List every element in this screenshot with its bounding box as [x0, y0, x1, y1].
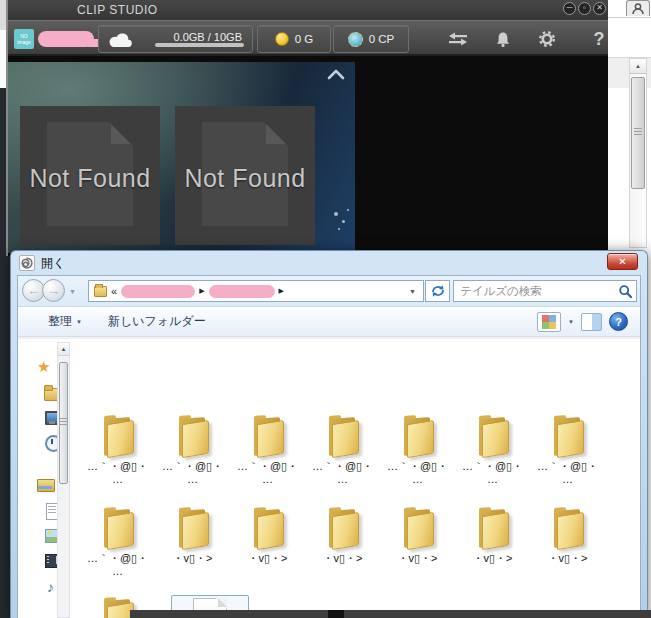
bottom-bar [130, 610, 651, 618]
file-item[interactable]: …｀・@▯・ … [455, 413, 530, 486]
file-item[interactable]: …｀・@▯・ … [305, 413, 380, 486]
person-icon [631, 2, 645, 16]
window-controls: ─ ▫ ✕ [563, 2, 606, 15]
not-found-thumbnail[interactable]: Not Found [175, 106, 315, 245]
bell-icon [494, 31, 512, 48]
file-item[interactable]: ・v▯・> [380, 505, 455, 578]
history-dropdown[interactable]: ▼ [69, 288, 76, 295]
file-icon-wrap [455, 413, 530, 457]
navigation-pane [18, 339, 57, 618]
cloud-usage-text: 0.0GB / 10GB [174, 31, 242, 43]
search-icon [618, 284, 633, 299]
open-dialog: 開く ✕ ← → ▼ « ▶ ▶ ▼ [10, 250, 648, 618]
swap-button[interactable] [445, 30, 471, 48]
dialog-close-button[interactable]: ✕ [607, 253, 638, 270]
folder-icon [245, 509, 291, 549]
search-button[interactable] [614, 284, 636, 299]
not-found-thumbnail[interactable]: Not Found [20, 106, 160, 245]
new-folder-button[interactable]: 新しいフォルダー [108, 313, 206, 330]
dialog-titlebar: 開く ✕ [11, 251, 647, 275]
address-row: ← → ▼ « ▶ ▶ ▼ [18, 276, 640, 307]
clip-content: Not Found Not Found [8, 56, 608, 253]
file-label: ・v▯・> [380, 552, 455, 565]
address-dropdown[interactable]: ▼ [409, 288, 418, 295]
scroll-up-button[interactable]: ▲ [630, 59, 646, 74]
file-label: …｀・@▯・ … [80, 552, 155, 578]
censored-path-segment [121, 285, 195, 298]
search-input[interactable] [454, 285, 614, 297]
cp-amount: 0 CP [369, 33, 395, 45]
preview-pane-button[interactable] [581, 313, 602, 331]
folder-icon [320, 417, 366, 457]
gold-section[interactable]: 0 G [257, 25, 331, 53]
breadcrumb-separator: ▶ [199, 287, 204, 295]
views-grid-icon [542, 315, 556, 329]
breadcrumb-prefix: « [111, 285, 117, 297]
file-icon-wrap [155, 505, 230, 549]
file-label: ・v▯・> [305, 552, 380, 565]
file-item[interactable]: ・v▯・> [530, 505, 605, 578]
cp-section[interactable]: 0 CP [333, 25, 409, 53]
file-item[interactable]: …｀・@▯・ … [80, 505, 155, 578]
sidebar-icon[interactable] [37, 358, 54, 375]
folder-icon [95, 509, 141, 549]
file-label: ・v▯・> [155, 552, 230, 565]
scroll-thumb[interactable] [59, 362, 68, 484]
file-item[interactable]: …｀・@▯・ … [530, 413, 605, 486]
close-button[interactable]: ✕ [593, 2, 606, 15]
screen: ▲ CLIP STUDIO ─ ▫ ✕ NO image 0.0GB / 10G… [0, 0, 651, 618]
organize-label: 整理 [48, 313, 72, 330]
file-icon-wrap [230, 413, 305, 457]
file-item[interactable]: …｀・@▯・ … [380, 413, 455, 486]
file-item[interactable]: …｀・@▯・ … [230, 413, 305, 486]
minimize-button[interactable]: ─ [563, 2, 576, 15]
settings-button[interactable] [534, 30, 560, 48]
breadcrumb-separator: ▶ [279, 287, 284, 295]
help-button[interactable]: ? [586, 27, 612, 51]
bottom-bar-segment [328, 610, 344, 618]
scroll-up-button[interactable]: ▲ [58, 343, 69, 356]
gear-icon [538, 30, 556, 48]
views-button[interactable] [537, 312, 561, 332]
file-icon-wrap [305, 413, 380, 457]
file-item[interactable]: …｀・@▯・ … [80, 413, 155, 486]
file-icon-wrap [230, 505, 305, 549]
breadcrumb[interactable]: « ▶ ▶ ▼ [88, 280, 424, 302]
folder-icon [95, 417, 141, 457]
scroll-thumb[interactable] [631, 77, 645, 189]
scroll-grip [60, 418, 67, 426]
file-item[interactable]: ・v▯・> [305, 505, 380, 578]
file-item[interactable]: …｀・@▯・ … [155, 413, 230, 486]
cp-coin-icon [348, 32, 363, 47]
chevron-down-icon: ▼ [76, 319, 82, 325]
clip-title: CLIP STUDIO [77, 3, 158, 17]
gold-amount: 0 G [295, 33, 314, 45]
search-box [453, 280, 637, 302]
views-dropdown[interactable]: ▼ [568, 319, 574, 325]
file-icon-wrap [530, 413, 605, 457]
avatar[interactable]: NO image [14, 29, 34, 49]
command-bar-right: ▼ ? [537, 312, 628, 332]
background-scrollbar[interactable]: ▲ [629, 58, 647, 248]
sparkle [334, 212, 338, 216]
folder-icon [545, 417, 591, 457]
nav-scrollbar[interactable]: ▲ [57, 342, 70, 618]
forward-button[interactable]: → [42, 279, 65, 302]
maximize-button[interactable]: ▫ [578, 2, 591, 15]
file-label: ・v▯・> [530, 552, 605, 565]
cloud-storage-section[interactable]: 0.0GB / 10GB [98, 25, 253, 53]
collapse-panel-button[interactable] [324, 66, 348, 82]
refresh-button[interactable] [425, 280, 450, 302]
thumbnail-label: Not Found [175, 164, 315, 193]
file-list: …｀・@▯・ … …｀・@▯・ … [70, 339, 638, 618]
folder-icon [395, 509, 441, 549]
sidebar-icon[interactable] [37, 476, 54, 493]
file-item[interactable]: ・v▯・> [155, 505, 230, 578]
file-item[interactable]: ・v▯・> [230, 505, 305, 578]
person-tab[interactable] [626, 0, 650, 16]
file-item[interactable]: ・v▯・> [455, 505, 530, 578]
dialog-help-button[interactable]: ? [609, 312, 628, 331]
organize-button[interactable]: 整理 ▼ [48, 313, 82, 330]
cloud-icon [107, 32, 133, 50]
notifications-button[interactable] [490, 30, 516, 48]
